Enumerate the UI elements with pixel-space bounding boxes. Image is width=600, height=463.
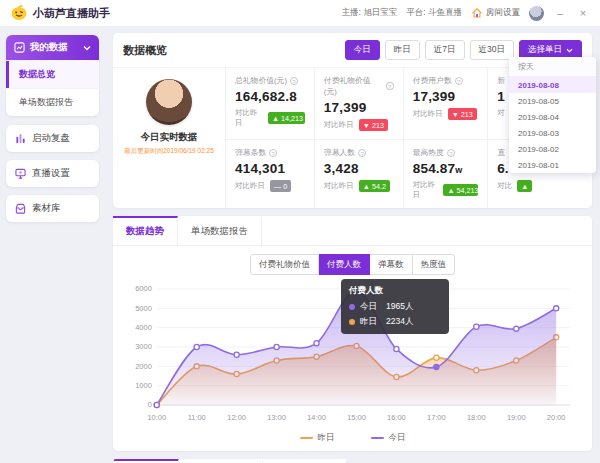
stat-paid-gift-value: 付费礼物价值(元)? 17,399 对比昨日 ▼213 <box>314 68 403 139</box>
metric-heat-button[interactable]: 热度值 <box>413 254 456 275</box>
page-title: 数据概览 <box>123 43 167 58</box>
chevron-down-icon <box>83 45 91 51</box>
svg-text:12:00: 12:00 <box>227 413 246 422</box>
today-dot-icon <box>349 304 355 310</box>
legend-today[interactable]: 今日 <box>371 432 406 444</box>
streamer-avatar <box>146 79 192 125</box>
sidebar-item-data-overview[interactable]: 数据总览 <box>6 60 99 88</box>
stat-paying-users: 付费用户数? 17,399 对比昨日 ▼213 <box>403 68 487 139</box>
sidebar-item-library[interactable]: 素材库 <box>6 195 99 222</box>
data-grid-icon <box>14 42 25 53</box>
streamer-profile: 今日实时数据 最后更新时间2019/06/19 02:25 <box>113 68 225 208</box>
house-icon <box>471 7 483 19</box>
up-arrow-icon: ▲ <box>447 186 454 195</box>
stat-value: 164,682.8 <box>235 89 305 104</box>
stat-peak-heat: 最高热度? 854.87w 对比昨日 ▲54,213 <box>403 139 487 208</box>
down-arrow-icon: ▼ <box>363 121 370 130</box>
svg-text:19:00: 19:00 <box>507 413 526 422</box>
gourd-logo-icon <box>10 5 28 21</box>
titlebar: 小葫芦直播助手 主播: 旭日宝宝 平台: 斗鱼直播 房间设置 – × <box>0 0 600 27</box>
stat-danmaku-count: 弹幕条数? 414,301 对比昨日 —0 <box>225 139 314 208</box>
down-arrow-icon: ▼ <box>452 110 459 119</box>
delta-badge: —0 <box>270 180 291 192</box>
today-dash-icon <box>371 437 384 439</box>
trend-card: 数据趋势 单场数据报告 付费礼物价值 付费人数 弹幕数 热度值 01000200… <box>113 216 592 451</box>
dropdown-option[interactable]: 2019-08-02 <box>509 141 596 157</box>
svg-text:5000: 5000 <box>135 304 152 313</box>
svg-text:0: 0 <box>148 400 152 409</box>
metric-paid-gift-value-button[interactable]: 付费礼物价值 <box>250 254 319 275</box>
delta-badge: ▲ <box>517 180 532 192</box>
main-content: 数据概览 今日 昨日 近7日 近30日 选择单日 <box>105 27 600 463</box>
tab-single-report[interactable]: 单场数据报告 <box>178 216 262 245</box>
info-icon[interactable]: ? <box>386 82 394 90</box>
dropdown-option[interactable]: 2019-08-05 <box>509 93 596 109</box>
dropdown-option[interactable]: 2019-08-04 <box>509 109 596 125</box>
svg-text:14:00: 14:00 <box>307 413 326 422</box>
minimize-button[interactable]: – <box>553 7 567 19</box>
dropdown-option[interactable]: 2019-08-08 <box>509 77 596 93</box>
bar-chart-icon <box>15 133 26 144</box>
stat-value: 17,399 <box>324 100 394 115</box>
room-settings-button[interactable]: 房间设置 <box>471 7 520 19</box>
tab-paying-user-details[interactable]: 付费用户详情 <box>179 459 263 463</box>
sidebar: 我的数据 数据总览 单场数据报告 启动复盘 直播设置 <box>0 27 105 463</box>
flat-dash-icon: — <box>274 182 281 191</box>
range-yesterday-button[interactable]: 昨日 <box>385 40 420 60</box>
realtime-data-label: 今日实时数据 <box>141 131 198 144</box>
tooltip-title: 付费人数 <box>349 285 441 297</box>
dropdown-option[interactable]: 2019-08-01 <box>509 157 596 173</box>
dropdown-header: 按天 <box>509 57 596 77</box>
svg-text:10:00: 10:00 <box>147 413 166 422</box>
stat-value: 3,428 <box>324 161 394 176</box>
delta-badge: ▼213 <box>359 119 388 131</box>
stat-total-gift-value: 总礼物价值(元)? 164,682.8 对比昨日 ▲14,213 <box>225 68 314 139</box>
yesterday-dot-icon <box>349 319 355 325</box>
legend-yesterday[interactable]: 昨日 <box>300 432 335 444</box>
range-30d-button[interactable]: 近30日 <box>470 40 514 60</box>
info-icon[interactable]: ? <box>358 149 366 157</box>
up-arrow-icon: ▲ <box>521 182 528 191</box>
up-arrow-icon: ▲ <box>363 182 370 191</box>
svg-text:6000: 6000 <box>135 284 152 293</box>
svg-text:13:00: 13:00 <box>267 413 286 422</box>
sidebar-item-single-report[interactable]: 单场数据报告 <box>6 88 99 116</box>
details-section: 礼物详情 付费用户详情 弹幕互动详情 <box>113 459 592 463</box>
range-today-button[interactable]: 今日 <box>345 40 380 60</box>
chart-legend: 昨日 今日 <box>113 429 592 451</box>
tab-data-trend[interactable]: 数据趋势 <box>113 216 178 245</box>
dropdown-option[interactable]: 2019-08-03 <box>509 125 596 141</box>
info-icon[interactable]: ? <box>269 149 277 157</box>
svg-text:11:00: 11:00 <box>188 413 206 422</box>
sidebar-item-replay[interactable]: 启动复盘 <box>6 125 99 152</box>
tab-gift-details[interactable]: 礼物详情 <box>113 459 179 463</box>
svg-text:20:00: 20:00 <box>547 413 566 422</box>
metric-danmaku-button[interactable]: 弹幕数 <box>370 254 413 275</box>
metric-paying-users-button[interactable]: 付费人数 <box>319 254 370 275</box>
svg-text:4000: 4000 <box>135 323 152 332</box>
svg-text:16:00: 16:00 <box>387 413 406 422</box>
app-title: 小葫芦直播助手 <box>33 6 110 21</box>
delta-badge: ▲54.2 <box>359 180 390 192</box>
info-icon[interactable]: ? <box>455 77 463 85</box>
svg-text:2000: 2000 <box>135 362 152 371</box>
anchor-label: 主播: 旭日宝宝 <box>342 7 398 19</box>
svg-text:18:00: 18:00 <box>467 413 486 422</box>
close-button[interactable]: × <box>576 7 590 19</box>
tab-danmaku-details[interactable]: 弹幕互动详情 <box>263 459 347 463</box>
info-icon[interactable]: ? <box>290 77 298 85</box>
stat-value: 414,301 <box>235 161 305 176</box>
user-avatar[interactable] <box>529 6 544 21</box>
inbox-icon <box>15 203 26 214</box>
sidebar-item-my-data[interactable]: 我的数据 <box>6 35 99 60</box>
app-logo: 小葫芦直播助手 <box>10 5 110 21</box>
info-icon[interactable]: ? <box>447 149 455 157</box>
monitor-icon <box>15 168 26 179</box>
up-arrow-icon: ▲ <box>272 114 279 123</box>
svg-text:15:00: 15:00 <box>347 413 366 422</box>
chart-tooltip: 付费人数 今日1965人 昨日2234人 <box>341 279 449 334</box>
sidebar-item-live-settings[interactable]: 直播设置 <box>6 160 99 187</box>
range-7d-button[interactable]: 近7日 <box>425 40 465 60</box>
platform-label: 平台: 斗鱼直播 <box>406 7 462 19</box>
chevron-down-icon <box>566 48 573 53</box>
